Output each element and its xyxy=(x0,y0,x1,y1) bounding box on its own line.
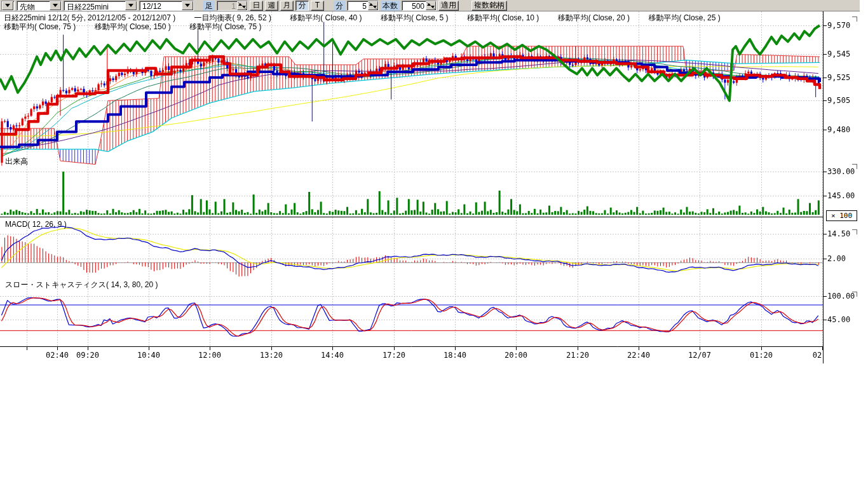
bar-interval-spinner[interactable]: 1 xyxy=(217,1,248,11)
chart-title: 日経225mini 12/12( 5分, 2012/12/05 - 2012/1… xyxy=(4,13,175,22)
spinner-updown-icon[interactable] xyxy=(368,1,378,10)
legend-ichimoku: 一目均衡表( 9, 26, 52 ) xyxy=(194,13,271,22)
period-tick-button[interactable]: T xyxy=(311,1,324,11)
x-axis-label: 02:40 xyxy=(46,351,69,360)
legend-ma75b: 移動平均( Close, 75 ) xyxy=(189,22,261,31)
x-axis-label: 18:40 xyxy=(444,351,466,360)
legend-ma150: 移動平均( Close, 150 ) xyxy=(95,22,171,31)
chevron-down-icon[interactable] xyxy=(182,1,193,10)
x-axis-label: 12/07 xyxy=(688,351,711,360)
symbol-category-combo[interactable] xyxy=(1,1,15,11)
spinner-updown-icon[interactable] xyxy=(426,1,436,10)
contract-month-combo[interactable]: 12/12 xyxy=(139,1,194,11)
pane-corner-mark xyxy=(852,292,857,297)
bar-interval-value: 1 xyxy=(217,1,237,10)
x-axis-label: 10:40 xyxy=(137,351,160,360)
x-axis-label: 14:40 xyxy=(321,351,344,360)
market-combo[interactable]: 先物 xyxy=(17,1,62,11)
legend-ma75: 移動平均( Close, 75 ) xyxy=(4,22,76,31)
chart-canvas[interactable] xyxy=(0,0,868,369)
apply-button[interactable]: 適用 xyxy=(438,1,459,11)
chevron-down-icon[interactable] xyxy=(2,1,13,10)
y-axis-label: 9,505 xyxy=(827,96,850,105)
period-month-button[interactable]: 月 xyxy=(280,1,294,11)
multi-symbol-button[interactable]: 複数銘柄 xyxy=(471,1,507,11)
contract-month-combo-value: 12/12 xyxy=(140,1,182,10)
period-minute-button[interactable]: 分 xyxy=(295,1,309,11)
volume-multiplier-box: × 100 xyxy=(826,210,857,221)
y-axis-label: 14.50 xyxy=(827,229,850,238)
period-week-button[interactable]: 週 xyxy=(265,1,278,11)
y-axis-label: 9,570 xyxy=(827,21,850,30)
minute-label: 分 xyxy=(334,1,345,11)
x-axis-label: 13:20 xyxy=(260,351,283,360)
count-label: 本数 xyxy=(381,1,400,11)
pane-corner-mark xyxy=(852,229,857,234)
chevron-down-icon[interactable] xyxy=(125,1,137,10)
market-combo-value: 先物 xyxy=(17,1,50,10)
y-axis-label: 145.00 xyxy=(827,191,855,200)
y-axis-label: 9,525 xyxy=(827,73,850,82)
x-axis-label: 20:00 xyxy=(505,351,527,360)
legend-ma40: 移動平均( Close, 40 ) xyxy=(290,13,362,22)
y-axis-label: 9,480 xyxy=(827,125,850,134)
minute-spinner[interactable]: 5 xyxy=(347,1,379,11)
x-axis-label: 21:20 xyxy=(566,351,589,360)
y-axis-label: 330.00 xyxy=(827,167,855,176)
legend-ma5: 移動平均( Close, 5 ) xyxy=(381,13,449,22)
x-axis-label: 22:40 xyxy=(627,351,650,360)
y-axis-label: 9,545 xyxy=(827,50,850,58)
x-axis-label: 17:20 xyxy=(383,351,405,360)
x-axis-label: 12:00 xyxy=(198,351,221,360)
pane-corner-mark xyxy=(852,164,857,169)
bar-label: 足 xyxy=(203,1,215,11)
x-axis-label: 02 xyxy=(813,351,822,360)
legend-ma25: 移動平均( Close, 25 ) xyxy=(648,13,720,22)
y-axis-label: 100.00 xyxy=(827,292,855,301)
x-axis-label: 09:20 xyxy=(76,351,99,360)
stoch-pane-label: スロー・ストキャスティクス( 14, 3, 80, 20 ) xyxy=(5,280,158,290)
count-value: 500 xyxy=(402,1,426,10)
legend-ma10: 移動平均( Close, 10 ) xyxy=(467,13,539,22)
y-axis-label: 2.00 xyxy=(827,254,846,263)
app-window: 先物 日経225mini 12/12 足 1 日 週 月 分 T 分 5 本数 … xyxy=(0,0,868,488)
pane-corner-mark xyxy=(852,17,857,22)
count-spinner[interactable]: 500 xyxy=(402,1,437,11)
period-day-button[interactable]: 日 xyxy=(250,1,263,11)
symbol-combo-value: 日経225mini xyxy=(64,1,125,10)
spinner-updown-icon[interactable] xyxy=(237,1,247,10)
y-axis-label: 45.00 xyxy=(827,315,850,324)
chart-header-line2: 移動平均( Close, 75 ) 移動平均( Close, 150 ) 移動平… xyxy=(4,22,278,32)
legend-ma20: 移動平均( Close, 20 ) xyxy=(558,13,630,22)
chevron-down-icon[interactable] xyxy=(50,1,61,10)
toolbar: 先物 日経225mini 12/12 足 1 日 週 月 分 T 分 5 本数 … xyxy=(0,0,860,11)
minute-value: 5 xyxy=(348,1,368,10)
macd-pane-label: MACD( 12, 26, 9 ) xyxy=(5,220,67,229)
symbol-combo[interactable]: 日経225mini xyxy=(64,1,137,11)
x-axis-label: 01:20 xyxy=(750,351,773,360)
volume-pane-label: 出来高 xyxy=(5,156,28,167)
